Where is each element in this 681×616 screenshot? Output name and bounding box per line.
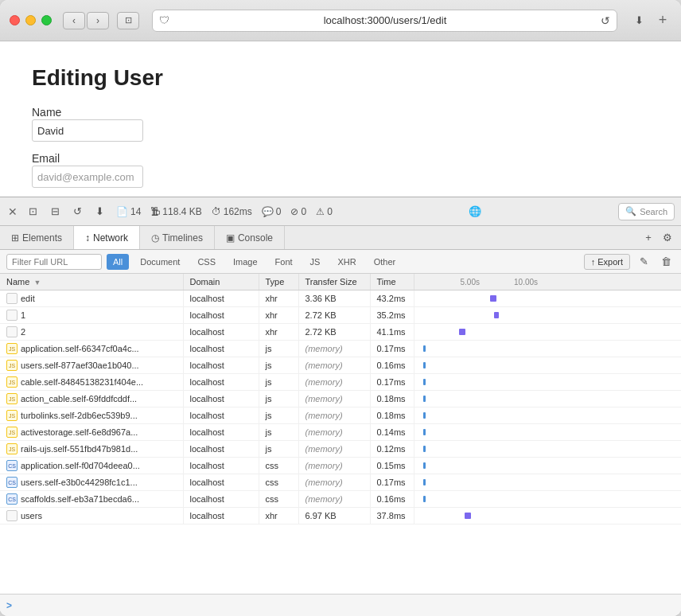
title-bar: ‹ › ⊡ 🛡 localhost:3000/users/1/edit ↺ ⬇ … [0,0,681,41]
back-button[interactable]: ‹ [63,12,85,29]
network-filter-bar: All Document CSS Image Font JS XHR Other… [0,250,681,274]
timelines-icon: ◷ [151,232,159,244]
filter-document-button[interactable]: Document [134,254,186,270]
cell-type: css [259,474,298,491]
waterfall-bar [423,362,426,368]
filter-clear-button[interactable]: 🗑 [657,254,675,270]
download-button[interactable]: ⬇ [630,12,648,29]
name-input[interactable] [32,119,143,142]
file-name: users [21,511,42,520]
col-header-type[interactable]: Type [259,274,298,290]
file-type-icon: JS [6,427,18,438]
waterfall-visual [421,393,675,404]
table-row[interactable]: JS application.self-66347cf0a4c... local… [0,341,681,357]
filter-other-button[interactable]: Other [368,254,403,270]
table-row[interactable]: JS rails-ujs.self-551fbd47b981d... local… [0,441,681,458]
cell-time: 0.18ms [370,407,414,424]
cell-waterfall [414,391,681,407]
table-row[interactable]: CS application.self-f0d704deea0... local… [0,458,681,474]
devtools-info: 📄 14 🗜 118.4 KB ⏱ 162ms 💬 0 [116,206,333,217]
col-header-domain[interactable]: Domain [183,274,259,290]
table-row[interactable]: edit localhost xhr 3.36 KB 43.2ms [0,290,681,307]
cell-waterfall [414,491,681,508]
file-type-icon: CS [6,493,18,505]
devtools-reload-button[interactable]: ↺ [68,203,86,220]
waterfall-bar [423,379,426,385]
table-row[interactable]: JS action_cable.self-69fddfcddf... local… [0,391,681,407]
close-button[interactable] [10,15,20,25]
tab-settings-button[interactable]: ⚙ [659,229,676,247]
filter-css-button[interactable]: CSS [191,254,222,270]
waterfall-visual [421,376,675,388]
devtools-download-button[interactable]: ⬇ [91,203,108,220]
table-row[interactable]: JS turbolinks.self-2db6ec539b9... localh… [0,407,681,424]
cell-type: js [259,391,298,407]
network-tbody: edit localhost xhr 3.36 KB 43.2ms 1 loca… [0,290,681,524]
col-header-name[interactable]: Name ▼ [0,274,183,290]
console-prompt[interactable]: > [6,600,12,611]
table-row[interactable]: JS cable.self-84845138231f404e... localh… [0,374,681,391]
cell-waterfall [414,324,681,341]
filter-option-button[interactable]: ✎ [635,254,652,270]
table-row[interactable]: CS scaffolds.self-eb3a71becda6... localh… [0,491,681,508]
tab-network[interactable]: ↕ Network [74,226,140,249]
devtools-close-button[interactable]: ✕ [6,205,19,218]
col-header-time[interactable]: Time [370,274,414,290]
file-type-icon: JS [6,443,18,454]
table-row[interactable]: 1 localhost xhr 2.72 KB 35.2ms [0,307,681,324]
filter-all-button[interactable]: All [107,254,129,270]
waterfall-visual [421,493,675,505]
devtools-settings-button[interactable]: 🌐 [466,203,484,220]
cell-time: 37.8ms [370,508,414,524]
cell-time: 41.1ms [370,324,414,341]
page-content: Editing User Name Email ✕ ⊡ ⊟ ↺ ⬇ 📄 14 [0,41,681,616]
request-count: 📄 14 [116,206,141,217]
filter-font-button[interactable]: Font [269,254,299,270]
table-row[interactable]: JS activestorage.self-6e8d967a... localh… [0,424,681,441]
table-row[interactable]: users localhost xhr 6.97 KB 37.8ms [0,508,681,524]
export-button[interactable]: ↑ Export [584,254,630,270]
table-row[interactable]: 2 localhost xhr 2.72 KB 41.1ms [0,324,681,341]
table-row[interactable]: CS users.self-e3b0c44298fc1c1... localho… [0,474,681,491]
waterfall-bar [459,329,465,335]
new-tab-button[interactable]: + [640,229,657,247]
devtools-undock-button[interactable]: ⊟ [46,203,64,220]
devtools-search-box[interactable]: 🔍 Search [618,203,675,220]
email-input[interactable] [32,166,143,188]
filter-js-button[interactable]: JS [304,254,327,270]
reload-button[interactable]: ↺ [601,14,610,27]
cell-size: (memory) [298,458,370,474]
error-icon: ⊘ [290,206,298,217]
cell-time: 0.17ms [370,341,414,357]
network-icon: ↕ [85,232,90,244]
maximize-button[interactable] [41,15,52,25]
address-bar[interactable]: 🛡 localhost:3000/users/1/edit ↺ [152,10,617,32]
cell-size: (memory) [298,441,370,458]
add-tab-button[interactable]: + [654,12,671,29]
cell-domain: localhost [183,391,259,407]
cell-domain: localhost [183,341,259,357]
tab-overview-button[interactable]: ⊡ [117,12,139,29]
elements-icon: ⊞ [11,232,19,244]
network-table-container[interactable]: Name ▼ Domain Type Transfer Size Time 5.… [0,274,681,594]
minimize-button[interactable] [25,15,36,25]
table-row[interactable]: JS users.self-877aef30ae1b040... localho… [0,357,681,374]
cell-size: 2.72 KB [298,324,370,341]
cell-domain: localhost [183,424,259,441]
cell-size: (memory) [298,407,370,424]
cell-waterfall [414,441,681,458]
cell-type: xhr [259,508,298,524]
filter-xhr-button[interactable]: XHR [331,254,362,270]
cell-domain: localhost [183,441,259,458]
file-type-icon: JS [6,360,18,371]
tab-console[interactable]: ▣ Console [215,226,285,249]
devtools-dock-button[interactable]: ⊡ [24,203,41,220]
tab-timelines[interactable]: ◷ Timelines [140,226,215,249]
tab-elements[interactable]: ⊞ Elements [0,226,74,249]
waterfall-bar [423,462,426,469]
forward-button[interactable]: › [87,12,109,29]
col-header-size[interactable]: Transfer Size [298,274,370,290]
filter-image-button[interactable]: Image [227,254,264,270]
cell-name: JS action_cable.self-69fddfcddf... [0,391,183,407]
filter-url-input[interactable] [6,254,102,270]
